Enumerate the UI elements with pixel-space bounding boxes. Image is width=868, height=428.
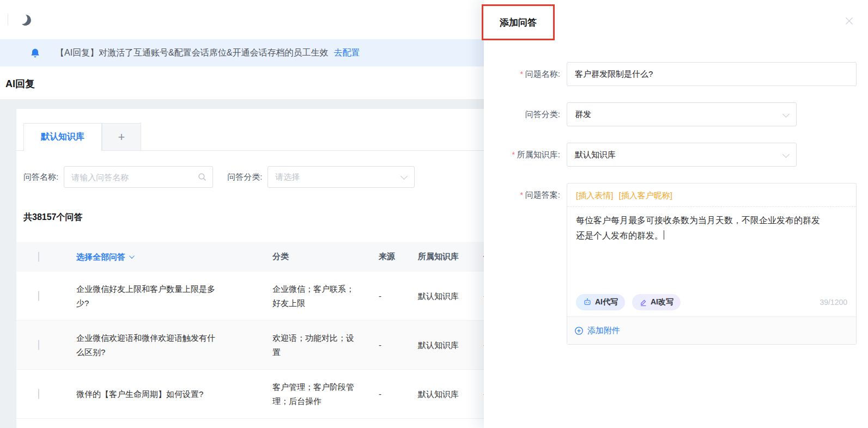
- add-attachment-link[interactable]: 添加附件: [574, 326, 620, 336]
- qa-category-placeholder: 请选择: [275, 172, 300, 182]
- insert-emoji-link[interactable]: [插入表情]: [576, 191, 613, 200]
- category-value: 群发: [575, 109, 591, 120]
- answer-editor: [插入表情] [插入客户昵称] 每位客户每月最多可接收条数为当月天数，不限企业发…: [567, 183, 857, 345]
- add-qa-form: *问题名称: 问答分类: 群发 *所属知识库: 默认知识库 *问题答案:: [484, 62, 868, 361]
- chevron-down-icon: [129, 253, 135, 259]
- char-counter: 39/1200: [820, 298, 847, 307]
- annotation-highlight-box: 添加问答: [482, 4, 555, 40]
- app-window: 【AI回复】对激活了互通账号&配置会话席位&开通会话存档的员工生效 去配置 AI…: [0, 0, 868, 428]
- tab-label: 默认知识库: [41, 131, 84, 143]
- topbar-divider: [8, 14, 8, 25]
- banner-text: 【AI回复】对激活了互通账号&配置会话席位&开通会话存档的员工生效: [56, 47, 328, 59]
- tab-default-knowledge-base[interactable]: 默认知识库: [23, 123, 102, 150]
- row-knowledge-base: 默认知识库: [402, 387, 467, 401]
- col-knowledge-base: 所属知识库: [402, 252, 467, 262]
- knowledge-base-label: *所属知识库:: [484, 143, 567, 167]
- qa-category-select[interactable]: 请选择: [268, 166, 415, 188]
- ai-write-button[interactable]: AI代写: [576, 294, 625, 310]
- robot-icon: [583, 298, 592, 307]
- category-label: 问答分类:: [484, 102, 567, 126]
- question-name-input[interactable]: [567, 62, 857, 86]
- banner-config-link[interactable]: 去配置: [333, 47, 360, 59]
- editor-actions: AI代写 AI改写 39/1200: [567, 288, 856, 316]
- row-checkbox[interactable]: [38, 389, 39, 399]
- drawer-title: 添加问答: [500, 16, 537, 29]
- ai-rewrite-button[interactable]: AI改写: [632, 294, 681, 310]
- row-category: 企业微信；客户联系；好友上限: [256, 282, 362, 310]
- question-name-label: *问题名称:: [484, 62, 567, 86]
- row-question: 微伴的【客户生命周期】如何设置?: [60, 387, 256, 401]
- qa-category-label: 问答分类:: [227, 172, 262, 182]
- form-row-category: 问答分类: 群发: [484, 102, 868, 126]
- knowledge-base-select[interactable]: 默认知识库: [567, 143, 797, 167]
- close-icon[interactable]: [843, 15, 855, 27]
- bell-icon: [30, 48, 40, 58]
- row-knowledge-base: 默认知识库: [402, 338, 467, 352]
- search-icon[interactable]: [197, 172, 207, 184]
- row-category: 客户管理；客户阶段管理；后台操作: [256, 380, 362, 408]
- form-row-knowledge-base: *所属知识库: 默认知识库: [484, 143, 868, 167]
- row-question: 企业微信欢迎语和微伴欢迎语触发有什么区别?: [60, 331, 256, 359]
- col-source: 来源: [362, 252, 402, 262]
- chevron-down-icon: [782, 151, 790, 158]
- answer-editor-toolbar: [插入表情] [插入客户昵称]: [567, 184, 856, 206]
- qa-name-input[interactable]: [64, 166, 213, 188]
- answer-label: *问题答案:: [484, 183, 567, 345]
- insert-nickname-link[interactable]: [插入客户昵称]: [619, 191, 672, 200]
- category-select[interactable]: 群发: [567, 102, 797, 126]
- form-row-answer: *问题答案: [插入表情] [插入客户昵称] 每位客户每月最多可接收条数为当月天…: [484, 183, 868, 345]
- knowledge-base-value: 默认知识库: [575, 150, 616, 160]
- row-source: -: [362, 338, 402, 352]
- select-all-checkbox[interactable]: [38, 252, 39, 262]
- row-checkbox[interactable]: [38, 291, 39, 301]
- answer-textarea[interactable]: 每位客户每月最多可接收条数为当月天数，不限企业发布的群发还是个人发布的群发。: [567, 207, 856, 288]
- row-knowledge-base: 默认知识库: [402, 289, 467, 303]
- dark-mode-moon-icon[interactable]: [19, 14, 32, 27]
- add-tab-button[interactable]: +: [102, 123, 141, 150]
- text-caret: [664, 230, 664, 240]
- answer-text: 每位客户每月最多可接收条数为当月天数，不限企业发布的群发还是个人发布的群发。: [576, 216, 820, 240]
- chevron-down-icon: [782, 111, 790, 118]
- col-category: 分类: [256, 252, 362, 262]
- editor-footer: 添加附件: [567, 316, 856, 344]
- row-source: -: [362, 289, 402, 303]
- add-qa-drawer: 添加问答 *问题名称: 问答分类: 群发 *所属知识库: 默认知识库: [484, 0, 868, 428]
- add-attachment-label: 添加附件: [587, 326, 620, 336]
- row-category: 欢迎语；功能对比；设置: [256, 331, 362, 359]
- ai-write-label: AI代写: [595, 297, 618, 307]
- select-all-dropdown[interactable]: 选择全部问答: [60, 250, 256, 264]
- required-asterisk: *: [512, 150, 514, 159]
- select-all-label: 选择全部问答: [76, 250, 125, 264]
- row-source: -: [362, 387, 402, 401]
- required-asterisk: *: [520, 70, 523, 78]
- qa-name-label: 问答名称:: [23, 172, 58, 182]
- plus-icon: +: [118, 130, 125, 144]
- circle-plus-icon: [574, 326, 584, 335]
- form-row-question-name: *问题名称:: [484, 62, 868, 86]
- qa-name-input-wrap: [64, 166, 213, 188]
- required-asterisk: *: [520, 191, 523, 199]
- row-question: 企业微信好友上限和客户数量上限是多少?: [60, 282, 256, 310]
- row-checkbox[interactable]: [38, 340, 39, 350]
- ai-rewrite-label: AI改写: [651, 297, 673, 307]
- pencil-icon: [639, 298, 647, 307]
- chevron-down-icon: [400, 173, 408, 180]
